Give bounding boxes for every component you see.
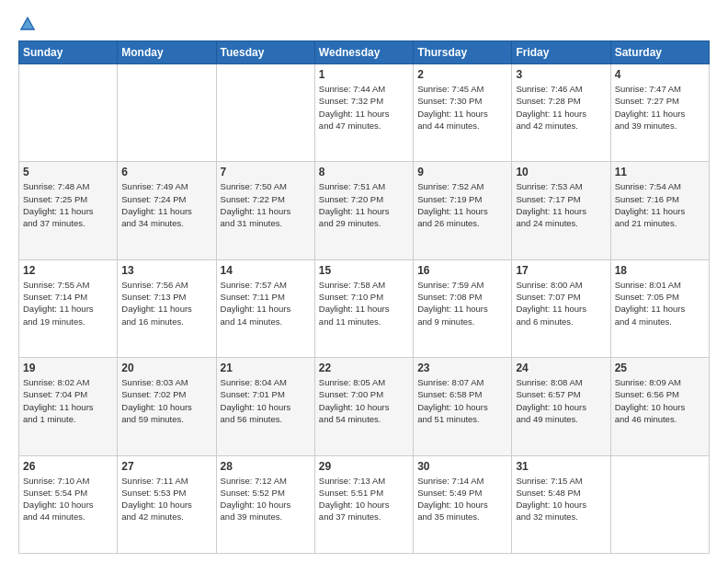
calendar-cell <box>118 64 216 162</box>
week-row-2: 5Sunrise: 7:48 AM Sunset: 7:25 PM Daylig… <box>19 162 710 259</box>
day-number: 10 <box>516 166 606 178</box>
calendar-cell: 6Sunrise: 7:49 AM Sunset: 7:24 PM Daylig… <box>118 162 216 259</box>
day-number: 9 <box>417 166 507 178</box>
day-info: Sunrise: 7:10 AM Sunset: 5:54 PM Dayligh… <box>23 475 113 523</box>
calendar-cell: 10Sunrise: 7:53 AM Sunset: 7:17 PM Dayli… <box>512 162 610 259</box>
calendar-cell: 8Sunrise: 7:51 AM Sunset: 7:20 PM Daylig… <box>314 162 413 259</box>
day-info: Sunrise: 7:52 AM Sunset: 7:19 PM Dayligh… <box>417 180 507 229</box>
day-info: Sunrise: 8:02 AM Sunset: 7:04 PM Dayligh… <box>23 376 113 425</box>
weekday-header-sunday: Sunday <box>19 41 118 64</box>
day-number: 14 <box>221 264 311 277</box>
day-number: 16 <box>417 264 507 277</box>
day-info: Sunrise: 8:01 AM Sunset: 7:05 PM Dayligh… <box>615 279 705 327</box>
day-number: 31 <box>516 460 606 473</box>
day-info: Sunrise: 8:04 AM Sunset: 7:01 PM Dayligh… <box>221 376 311 425</box>
page: SundayMondayTuesdayWednesdayThursdayFrid… <box>0 0 728 563</box>
calendar-cell: 13Sunrise: 7:56 AM Sunset: 7:13 PM Dayli… <box>118 259 216 357</box>
day-number: 19 <box>23 362 113 374</box>
day-info: Sunrise: 8:07 AM Sunset: 6:58 PM Dayligh… <box>417 376 507 425</box>
week-row-4: 19Sunrise: 8:02 AM Sunset: 7:04 PM Dayli… <box>19 358 710 455</box>
day-number: 18 <box>615 264 705 277</box>
calendar-cell: 26Sunrise: 7:10 AM Sunset: 5:54 PM Dayli… <box>19 455 118 553</box>
calendar-cell <box>19 64 118 162</box>
day-info: Sunrise: 7:15 AM Sunset: 5:48 PM Dayligh… <box>516 475 606 523</box>
day-info: Sunrise: 8:09 AM Sunset: 6:56 PM Dayligh… <box>615 376 705 425</box>
calendar-cell: 12Sunrise: 7:55 AM Sunset: 7:14 PM Dayli… <box>19 259 118 357</box>
week-row-5: 26Sunrise: 7:10 AM Sunset: 5:54 PM Dayli… <box>19 455 710 553</box>
day-number: 12 <box>23 264 113 277</box>
week-row-1: 1Sunrise: 7:44 AM Sunset: 7:32 PM Daylig… <box>19 64 710 162</box>
day-number: 3 <box>516 68 606 81</box>
calendar-cell: 1Sunrise: 7:44 AM Sunset: 7:32 PM Daylig… <box>314 64 413 162</box>
day-info: Sunrise: 7:49 AM Sunset: 7:24 PM Dayligh… <box>121 180 211 229</box>
calendar-cell: 9Sunrise: 7:52 AM Sunset: 7:19 PM Daylig… <box>414 162 512 259</box>
calendar-cell: 4Sunrise: 7:47 AM Sunset: 7:27 PM Daylig… <box>610 64 709 162</box>
weekday-header-saturday: Saturday <box>610 41 709 64</box>
day-number: 20 <box>121 362 211 374</box>
calendar-cell: 22Sunrise: 8:05 AM Sunset: 7:00 PM Dayli… <box>314 358 413 455</box>
calendar-cell: 24Sunrise: 8:08 AM Sunset: 6:57 PM Dayli… <box>512 358 610 455</box>
weekday-header-monday: Monday <box>118 41 216 64</box>
day-number: 7 <box>221 166 311 178</box>
day-info: Sunrise: 7:11 AM Sunset: 5:53 PM Dayligh… <box>121 475 211 523</box>
day-info: Sunrise: 7:46 AM Sunset: 7:28 PM Dayligh… <box>516 83 606 132</box>
calendar-cell: 21Sunrise: 8:04 AM Sunset: 7:01 PM Dayli… <box>216 358 314 455</box>
day-info: Sunrise: 8:00 AM Sunset: 7:07 PM Dayligh… <box>516 279 606 327</box>
day-number: 17 <box>516 264 606 277</box>
day-info: Sunrise: 7:14 AM Sunset: 5:49 PM Dayligh… <box>417 475 507 523</box>
calendar-cell: 2Sunrise: 7:45 AM Sunset: 7:30 PM Daylig… <box>414 64 512 162</box>
day-number: 26 <box>23 460 113 473</box>
day-info: Sunrise: 7:50 AM Sunset: 7:22 PM Dayligh… <box>221 180 311 229</box>
weekday-header-wednesday: Wednesday <box>314 41 413 64</box>
day-number: 25 <box>615 362 705 374</box>
calendar-cell <box>610 455 709 553</box>
week-row-3: 12Sunrise: 7:55 AM Sunset: 7:14 PM Dayli… <box>19 259 710 357</box>
day-number: 28 <box>221 460 311 473</box>
day-info: Sunrise: 7:44 AM Sunset: 7:32 PM Dayligh… <box>319 83 409 132</box>
weekday-header-row: SundayMondayTuesdayWednesdayThursdayFrid… <box>19 41 710 64</box>
day-number: 30 <box>417 460 507 473</box>
calendar-cell: 31Sunrise: 7:15 AM Sunset: 5:48 PM Dayli… <box>512 455 610 553</box>
day-info: Sunrise: 7:48 AM Sunset: 7:25 PM Dayligh… <box>23 180 113 229</box>
calendar-cell: 3Sunrise: 7:46 AM Sunset: 7:28 PM Daylig… <box>512 64 610 162</box>
day-number: 22 <box>319 362 409 374</box>
calendar-cell: 14Sunrise: 7:57 AM Sunset: 7:11 PM Dayli… <box>216 259 314 357</box>
calendar-cell: 17Sunrise: 8:00 AM Sunset: 7:07 PM Dayli… <box>512 259 610 357</box>
day-number: 2 <box>417 68 507 81</box>
logo-icon <box>18 15 37 33</box>
day-info: Sunrise: 7:51 AM Sunset: 7:20 PM Dayligh… <box>319 180 409 229</box>
day-number: 23 <box>417 362 507 374</box>
logo <box>18 15 40 33</box>
day-info: Sunrise: 8:03 AM Sunset: 7:02 PM Dayligh… <box>121 376 211 425</box>
calendar-cell: 16Sunrise: 7:59 AM Sunset: 7:08 PM Dayli… <box>414 259 512 357</box>
calendar-cell: 25Sunrise: 8:09 AM Sunset: 6:56 PM Dayli… <box>610 358 709 455</box>
weekday-header-tuesday: Tuesday <box>216 41 314 64</box>
calendar-cell: 19Sunrise: 8:02 AM Sunset: 7:04 PM Dayli… <box>19 358 118 455</box>
calendar-cell: 30Sunrise: 7:14 AM Sunset: 5:49 PM Dayli… <box>414 455 512 553</box>
day-number: 5 <box>23 166 113 178</box>
calendar-cell <box>216 64 314 162</box>
day-info: Sunrise: 7:59 AM Sunset: 7:08 PM Dayligh… <box>417 279 507 327</box>
day-info: Sunrise: 7:45 AM Sunset: 7:30 PM Dayligh… <box>417 83 507 132</box>
day-info: Sunrise: 7:57 AM Sunset: 7:11 PM Dayligh… <box>221 279 311 327</box>
day-number: 4 <box>615 68 705 81</box>
header <box>18 15 710 33</box>
day-number: 8 <box>319 166 409 178</box>
weekday-header-thursday: Thursday <box>414 41 512 64</box>
day-info: Sunrise: 7:54 AM Sunset: 7:16 PM Dayligh… <box>615 180 705 229</box>
day-number: 24 <box>516 362 606 374</box>
calendar-cell: 7Sunrise: 7:50 AM Sunset: 7:22 PM Daylig… <box>216 162 314 259</box>
calendar-table: SundayMondayTuesdayWednesdayThursdayFrid… <box>18 40 710 554</box>
calendar-cell: 20Sunrise: 8:03 AM Sunset: 7:02 PM Dayli… <box>118 358 216 455</box>
day-info: Sunrise: 7:53 AM Sunset: 7:17 PM Dayligh… <box>516 180 606 229</box>
calendar-cell: 29Sunrise: 7:13 AM Sunset: 5:51 PM Dayli… <box>314 455 413 553</box>
calendar-cell: 15Sunrise: 7:58 AM Sunset: 7:10 PM Dayli… <box>314 259 413 357</box>
day-number: 1 <box>319 68 409 81</box>
day-info: Sunrise: 8:08 AM Sunset: 6:57 PM Dayligh… <box>516 376 606 425</box>
day-info: Sunrise: 7:55 AM Sunset: 7:14 PM Dayligh… <box>23 279 113 327</box>
calendar-cell: 23Sunrise: 8:07 AM Sunset: 6:58 PM Dayli… <box>414 358 512 455</box>
weekday-header-friday: Friday <box>512 41 610 64</box>
calendar-cell: 27Sunrise: 7:11 AM Sunset: 5:53 PM Dayli… <box>118 455 216 553</box>
day-number: 29 <box>319 460 409 473</box>
day-number: 13 <box>121 264 211 277</box>
